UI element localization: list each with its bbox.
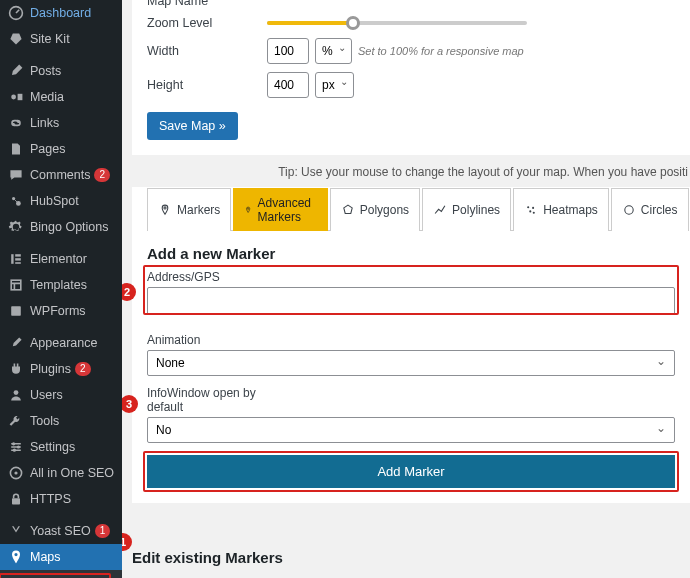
sidebar-item-label: Pages bbox=[30, 142, 65, 156]
svg-point-22 bbox=[533, 212, 535, 214]
sidebar-item-posts[interactable]: Posts bbox=[0, 58, 122, 84]
tab-markers[interactable]: Markers bbox=[147, 188, 231, 231]
height-label: Height bbox=[147, 78, 267, 92]
page-icon bbox=[8, 141, 24, 157]
sidebar-item-users[interactable]: Users bbox=[0, 382, 122, 408]
templates-icon bbox=[8, 277, 24, 293]
map-settings-panel: Map Name Zoom Level Width % Set to 100% … bbox=[132, 0, 690, 155]
hubspot-icon bbox=[8, 193, 24, 209]
sidebar-item-label: Settings bbox=[30, 440, 75, 454]
svg-point-17 bbox=[164, 207, 166, 209]
sidebar-item-media[interactable]: Media bbox=[0, 84, 122, 110]
height-unit-select[interactable]: px bbox=[315, 72, 354, 98]
sidebar-item-templates[interactable]: Templates bbox=[0, 272, 122, 298]
sidebar-item-bingo[interactable]: Bingo Options bbox=[0, 214, 122, 240]
sidebar-item-aioseo[interactable]: All in One SEO bbox=[0, 460, 122, 486]
svg-point-13 bbox=[13, 449, 16, 452]
brush-icon bbox=[8, 335, 24, 351]
save-map-button[interactable]: Save Map » bbox=[147, 112, 238, 140]
add-marker-section: Add a new Marker Address/GPS Animation N… bbox=[147, 231, 675, 488]
sidebar-item-sitekit[interactable]: Site Kit bbox=[0, 26, 122, 52]
dashboard-icon bbox=[8, 5, 24, 21]
sidebar-item-label: WPForms bbox=[30, 304, 86, 318]
svg-point-18 bbox=[248, 208, 249, 209]
badge-count: 2 bbox=[75, 362, 91, 376]
svg-rect-5 bbox=[15, 254, 21, 256]
users-icon bbox=[8, 387, 24, 403]
settings-icon bbox=[8, 439, 24, 455]
gear-icon bbox=[8, 219, 24, 235]
height-input[interactable] bbox=[267, 72, 309, 98]
address-input[interactable] bbox=[147, 287, 675, 315]
main-content: Map Name Zoom Level Width % Set to 100% … bbox=[122, 0, 690, 578]
tabs-bar: Markers Advanced Markers Polygons Polyli… bbox=[147, 187, 675, 231]
sidebar-item-label: Links bbox=[30, 116, 59, 130]
sidebar-item-label: Tools bbox=[30, 414, 59, 428]
badge-count: 2 bbox=[94, 168, 110, 182]
sidebar-item-dashboard[interactable]: Dashboard bbox=[0, 0, 122, 26]
sidebar-item-links[interactable]: Links bbox=[0, 110, 122, 136]
sidebar-item-label: All in One SEO bbox=[30, 466, 114, 480]
svg-point-1 bbox=[11, 95, 16, 100]
add-marker-button[interactable]: Add Marker bbox=[147, 455, 675, 488]
tab-label: Advanced Markers bbox=[258, 196, 317, 224]
lock-icon bbox=[8, 491, 24, 507]
sidebar-item-label: Yoast SEO bbox=[30, 524, 91, 538]
pin-outline-icon bbox=[158, 203, 172, 217]
infowindow-select[interactable]: No bbox=[147, 417, 675, 443]
tab-label: Markers bbox=[177, 203, 220, 217]
infowindow-label: InfoWindow open by default bbox=[147, 386, 257, 414]
sidebar-item-https[interactable]: HTTPS bbox=[0, 486, 122, 512]
map-pin-icon bbox=[8, 549, 24, 565]
sidebar-item-label: Dashboard bbox=[30, 6, 91, 20]
sidebar-item-appearance[interactable]: Appearance bbox=[0, 330, 122, 356]
sidebar-item-comments[interactable]: Comments 2 bbox=[0, 162, 122, 188]
sidebar-item-label: Media bbox=[30, 90, 64, 104]
svg-point-15 bbox=[14, 471, 17, 474]
map-name-label: Map Name bbox=[147, 0, 267, 8]
tab-advanced-markers[interactable]: Advanced Markers bbox=[233, 188, 327, 231]
sidebar-item-label: Posts bbox=[30, 64, 61, 78]
svg-point-21 bbox=[529, 210, 531, 212]
sidebar-item-label: Site Kit bbox=[30, 32, 70, 46]
sitekit-icon bbox=[8, 31, 24, 47]
sidebar-item-pages[interactable]: Pages bbox=[0, 136, 122, 162]
svg-rect-7 bbox=[15, 262, 21, 264]
sidebar-item-elementor[interactable]: Elementor bbox=[0, 246, 122, 272]
width-unit-select[interactable]: % bbox=[315, 38, 352, 64]
svg-rect-8 bbox=[11, 280, 21, 290]
media-icon bbox=[8, 89, 24, 105]
sidebar-item-wpforms[interactable]: WPForms bbox=[0, 298, 122, 324]
sidebar-item-hubspot[interactable]: HubSpot bbox=[0, 188, 122, 214]
width-input[interactable] bbox=[267, 38, 309, 64]
slider-thumb[interactable] bbox=[346, 16, 360, 30]
zoom-label: Zoom Level bbox=[147, 16, 267, 30]
sidebar-item-yoast[interactable]: Yoast SEO 1 bbox=[0, 518, 122, 544]
tab-circles[interactable]: Circles bbox=[611, 188, 689, 231]
zoom-slider[interactable] bbox=[267, 21, 527, 25]
sidebar-item-label: Plugins bbox=[30, 362, 71, 376]
animation-select[interactable]: None bbox=[147, 350, 675, 376]
sidebar-submenu: Maps Settings Support bbox=[0, 570, 122, 578]
heatmap-outline-icon bbox=[524, 203, 538, 217]
tab-label: Heatmaps bbox=[543, 203, 598, 217]
sidebar-item-label: HTTPS bbox=[30, 492, 71, 506]
polyline-outline-icon bbox=[433, 203, 447, 217]
tab-polylines[interactable]: Polylines bbox=[422, 188, 511, 231]
svg-point-20 bbox=[532, 207, 534, 209]
svg-point-12 bbox=[17, 445, 20, 448]
sidebar-item-label: Appearance bbox=[30, 336, 97, 350]
tab-heatmaps[interactable]: Heatmaps bbox=[513, 188, 609, 231]
tip-text: Tip: Use your mouse to change the layout… bbox=[132, 155, 690, 187]
sidebar-item-plugins[interactable]: Plugins 2 bbox=[0, 356, 122, 382]
sidebar-item-maps[interactable]: Maps bbox=[0, 544, 122, 570]
edit-title: Edit existing Markers bbox=[132, 549, 690, 566]
animation-label: Animation bbox=[147, 333, 675, 347]
address-label: Address/GPS bbox=[147, 270, 675, 284]
sidebar-item-label: HubSpot bbox=[30, 194, 79, 208]
sidebar-item-settings[interactable]: Settings bbox=[0, 434, 122, 460]
width-label: Width bbox=[147, 44, 267, 58]
tab-polygons[interactable]: Polygons bbox=[330, 188, 420, 231]
sidebar-item-tools[interactable]: Tools bbox=[0, 408, 122, 434]
sidebar-item-label: Bingo Options bbox=[30, 220, 109, 234]
